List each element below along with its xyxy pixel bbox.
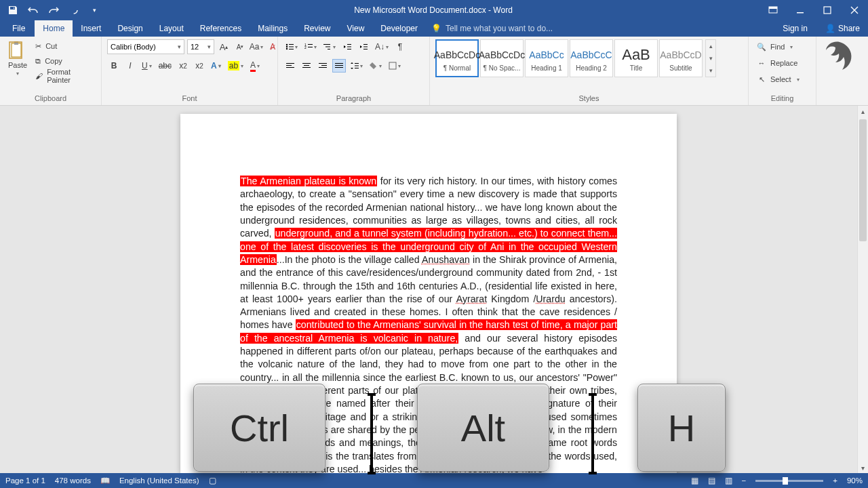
find-button[interactable]: 🔍Find▾: [754, 39, 810, 54]
web-layout-icon[interactable]: ▥: [725, 476, 732, 485]
print-layout-icon[interactable]: ▤: [708, 476, 715, 485]
dragon-icon[interactable]: [822, 39, 857, 75]
zoom-slider[interactable]: [755, 480, 823, 482]
tab-home[interactable]: Home: [35, 20, 73, 37]
gallery-down-icon[interactable]: ▾: [706, 52, 715, 64]
ribbon-options-icon[interactable]: [760, 0, 787, 20]
close-icon[interactable]: [841, 0, 868, 20]
replace-icon: ↔: [757, 58, 766, 68]
undo-icon[interactable]: [27, 4, 39, 16]
sign-in-link[interactable]: Sign in: [773, 20, 817, 37]
zoom-slider-knob[interactable]: [783, 477, 788, 485]
tab-layout[interactable]: Layout: [151, 20, 192, 37]
shrink-font-button[interactable]: A▾: [233, 40, 247, 54]
chevron-down-icon: ▾: [16, 70, 19, 77]
minimize-icon[interactable]: [787, 0, 814, 20]
superscript-button[interactable]: x2: [193, 59, 206, 73]
font-name-combo[interactable]: ▾: [107, 39, 184, 54]
clear-formatting-button[interactable]: A̷: [266, 40, 279, 54]
tab-insert[interactable]: Insert: [73, 20, 109, 37]
bullets-button[interactable]: [283, 40, 300, 54]
share-button[interactable]: 👤 Share: [817, 20, 868, 37]
align-left-button[interactable]: [283, 59, 297, 73]
strikethrough-button[interactable]: abc: [157, 59, 174, 73]
chevron-down-icon[interactable]: ▾: [174, 43, 184, 50]
gallery-more-icon[interactable]: ▾: [706, 64, 715, 77]
save-icon[interactable]: [7, 4, 19, 16]
spelling-error[interactable]: Ayrarat: [456, 293, 487, 304]
justify-button[interactable]: [332, 59, 346, 73]
copy-icon: ⧉: [35, 57, 41, 66]
show-marks-button[interactable]: ¶: [393, 40, 407, 54]
tab-references[interactable]: References: [192, 20, 250, 37]
scrollbar-thumb[interactable]: [859, 119, 867, 241]
underline-button[interactable]: U: [140, 59, 154, 73]
multilevel-list-button[interactable]: [321, 40, 338, 54]
tell-me-placeholder: Tell me what you want to do...: [446, 24, 553, 33]
tab-developer[interactable]: Developer: [372, 20, 426, 37]
style-heading-1[interactable]: AaBbCcHeading 1: [525, 39, 568, 77]
font-size-input[interactable]: [188, 40, 204, 54]
increase-indent-button[interactable]: [357, 40, 370, 54]
tab-view[interactable]: View: [339, 20, 373, 37]
align-right-button[interactable]: [316, 59, 330, 73]
scroll-down-icon[interactable]: ▾: [858, 462, 868, 473]
macro-record-icon[interactable]: ▢: [209, 476, 216, 485]
tab-mailings[interactable]: Mailings: [250, 20, 296, 37]
subscript-button[interactable]: x2: [176, 59, 190, 73]
maximize-icon[interactable]: [814, 0, 841, 20]
spelling-error[interactable]: Anushavan: [422, 254, 470, 265]
decrease-indent-button[interactable]: [340, 40, 354, 54]
change-case-button[interactable]: Aa: [250, 40, 263, 54]
style-heading-2[interactable]: AaBbCcCHeading 2: [570, 39, 613, 77]
highlighted-text[interactable]: The Armenian plateau is known: [240, 176, 377, 186]
scroll-up-icon[interactable]: ▴: [858, 106, 868, 117]
paste-button[interactable]: Paste ▾: [5, 39, 30, 78]
word-count[interactable]: 478 words: [55, 476, 91, 485]
bold-button[interactable]: B: [107, 59, 121, 73]
style-subtitle[interactable]: AaBbCcDSubtitle: [659, 39, 703, 77]
font-name-input[interactable]: [108, 40, 174, 54]
read-mode-icon[interactable]: ▦: [691, 476, 698, 485]
style-title[interactable]: AaBTitle: [614, 39, 658, 77]
grow-font-button[interactable]: A▴: [217, 40, 231, 54]
format-painter-button[interactable]: 🖌Format Painter: [35, 69, 96, 83]
italic-button[interactable]: I: [123, 59, 137, 73]
borders-button[interactable]: [387, 59, 403, 73]
cut-button[interactable]: ✂Cut: [35, 39, 96, 53]
qat-more-icon[interactable]: ▾: [88, 4, 100, 16]
copy-button[interactable]: ⧉Copy: [35, 54, 96, 68]
tab-review[interactable]: Review: [296, 20, 338, 37]
language-status[interactable]: English (United States): [119, 476, 199, 485]
zoom-level[interactable]: 90%: [847, 476, 863, 485]
select-button[interactable]: ↖Select▾: [754, 72, 810, 87]
font-size-combo[interactable]: ▾: [187, 39, 214, 54]
style-normal[interactable]: AaBbCcDc¶ Normal: [435, 39, 479, 77]
font-color-button[interactable]: A: [248, 59, 262, 73]
chevron-down-icon[interactable]: ▾: [204, 43, 214, 50]
svg-rect-41: [355, 68, 359, 68]
vertical-scrollbar[interactable]: ▴ ▾: [857, 106, 868, 473]
shading-button[interactable]: [368, 59, 384, 73]
highlight-button[interactable]: ab: [226, 59, 245, 73]
style-no-spacing[interactable]: AaBbCcDc¶ No Spac...: [480, 39, 524, 77]
numbering-button[interactable]: 12: [302, 40, 319, 54]
group-font: ▾ ▾ A▴ A▾ Aa A̷ B I U abc x2 x2 A ab A F…: [102, 37, 278, 105]
redo-icon[interactable]: [47, 4, 60, 16]
spelling-error[interactable]: Urardu: [536, 293, 565, 304]
svg-rect-13: [289, 49, 294, 49]
sort-button[interactable]: A↓: [373, 40, 391, 54]
replace-button[interactable]: ↔Replace: [754, 56, 810, 70]
text-effects-button[interactable]: A: [209, 59, 223, 73]
tell-me-search[interactable]: 💡 Tell me what you want to do...: [426, 20, 558, 37]
align-center-button[interactable]: [300, 59, 313, 73]
tab-design[interactable]: Design: [109, 20, 151, 37]
spell-check-icon[interactable]: 📖: [100, 476, 110, 485]
zoom-in-button[interactable]: +: [833, 476, 837, 485]
spinner-icon[interactable]: [68, 4, 80, 16]
line-spacing-button[interactable]: [349, 59, 365, 73]
zoom-out-button[interactable]: −: [742, 476, 747, 485]
tab-file[interactable]: File: [3, 20, 35, 37]
gallery-up-icon[interactable]: ▴: [706, 40, 715, 52]
page-count[interactable]: Page 1 of 1: [5, 476, 45, 485]
